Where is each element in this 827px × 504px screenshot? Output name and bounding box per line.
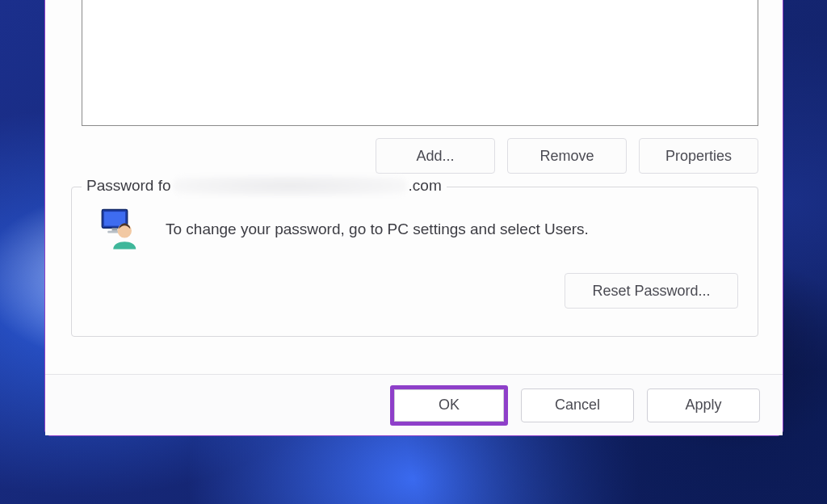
add-button[interactable]: Add... <box>376 138 495 174</box>
ok-button[interactable]: OK <box>394 389 504 422</box>
dialog-footer: OK Cancel Apply <box>45 374 783 435</box>
remove-button[interactable]: Remove <box>507 138 627 174</box>
ok-highlight: OK <box>390 385 508 426</box>
user-list-buttons: Add... Remove Properties <box>348 138 758 174</box>
legend-prefix: Password fo <box>86 177 171 195</box>
apply-button[interactable]: Apply <box>647 388 760 422</box>
reset-password-button[interactable]: Reset Password... <box>565 273 738 309</box>
user-accounts-dialog: Add... Remove Properties Password fo .co… <box>44 0 783 436</box>
password-fieldset-legend: Password fo .com <box>82 175 447 196</box>
svg-point-4 <box>118 224 132 238</box>
user-monitor-icon <box>98 207 143 252</box>
svg-rect-2 <box>112 228 118 231</box>
users-listbox[interactable] <box>82 0 758 126</box>
reset-password-row: Reset Password... <box>90 273 740 309</box>
legend-suffix: .com <box>409 177 442 195</box>
svg-rect-1 <box>104 212 125 226</box>
password-instruction-row: To change your password, go to PC settin… <box>90 207 740 252</box>
properties-button[interactable]: Properties <box>639 138 758 174</box>
cancel-button[interactable]: Cancel <box>521 388 634 422</box>
password-fieldset: Password fo .com To change your password… <box>71 187 758 337</box>
password-instruction-text: To change your password, go to PC settin… <box>166 220 589 238</box>
redacted-account <box>173 175 407 196</box>
